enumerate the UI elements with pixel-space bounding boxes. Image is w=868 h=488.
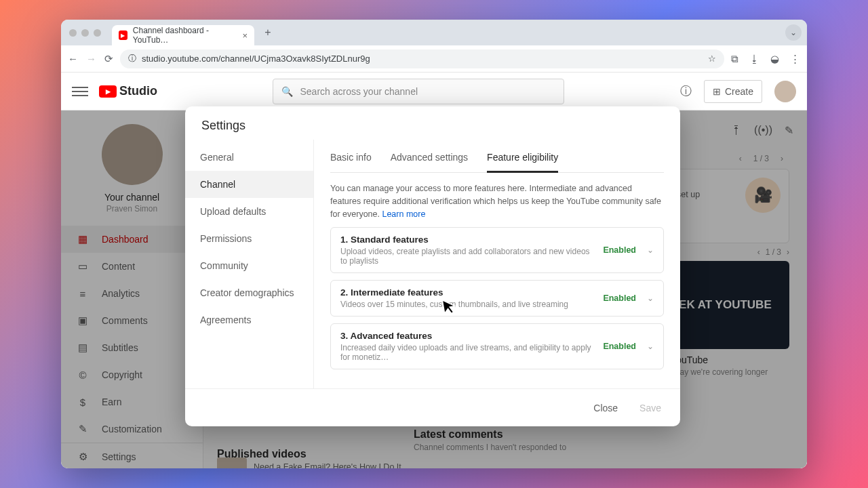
reload-button[interactable]: ⟳ bbox=[104, 53, 113, 65]
tab-title: Channel dashboard - YouTub… bbox=[133, 26, 237, 45]
new-tab-button[interactable]: + bbox=[260, 24, 276, 41]
feature-subtitle: Increased daily video uploads and live s… bbox=[340, 343, 596, 362]
search-placeholder: Search across your channel bbox=[300, 86, 418, 97]
extensions-icon[interactable]: ⧉ bbox=[731, 53, 738, 65]
window-controls[interactable] bbox=[69, 29, 101, 37]
learn-more-link[interactable]: Learn more bbox=[382, 209, 425, 219]
browser-tab-bar: Channel dashboard - YouTub… × + ⌄ bbox=[61, 20, 807, 45]
feature-status: Enabled bbox=[603, 342, 636, 351]
create-button[interactable]: ⊞ Create bbox=[704, 80, 762, 103]
settings-item-permissions[interactable]: Permissions bbox=[185, 225, 313, 252]
settings-item-upload-defaults[interactable]: Upload defaults bbox=[185, 198, 313, 225]
feature-title: 2. Intermediate features bbox=[340, 287, 596, 298]
tabs-dropdown-icon[interactable]: ⌄ bbox=[785, 24, 802, 41]
tab-basic-info[interactable]: Basic info bbox=[330, 146, 372, 172]
youtube-play-icon bbox=[99, 85, 117, 98]
studio-header: Studio 🔍 Search across your channel ⓘ ⊞ … bbox=[61, 73, 807, 110]
back-button[interactable]: ← bbox=[68, 53, 78, 65]
feature-subtitle: Upload videos, create playlists and add … bbox=[340, 247, 596, 266]
feature-title: 3. Advanced features bbox=[340, 331, 596, 341]
studio-logo[interactable]: Studio bbox=[99, 84, 157, 98]
tab-feature-eligibility[interactable]: Feature eligibility bbox=[487, 146, 558, 173]
menu-icon[interactable]: ⋮ bbox=[790, 53, 800, 65]
address-bar[interactable]: ⓘ studio.youtube.com/channel/UCjma3Oxavk… bbox=[120, 49, 724, 68]
search-input[interactable]: 🔍 Search across your channel bbox=[273, 79, 564, 104]
settings-item-general[interactable]: General bbox=[185, 144, 313, 171]
feature-description: You can manage your access to more featu… bbox=[330, 182, 664, 220]
logo-text: Studio bbox=[119, 84, 157, 98]
modal-tabs: Basic infoAdvanced settingsFeature eligi… bbox=[330, 146, 664, 173]
downloads-icon[interactable]: ⭳ bbox=[749, 53, 760, 65]
modal-title: Settings bbox=[185, 106, 680, 140]
close-button[interactable]: Close bbox=[588, 399, 623, 418]
settings-item-creator-demographics[interactable]: Creator demographics bbox=[185, 279, 313, 306]
browser-toolbar: ← → ⟳ ⓘ studio.youtube.com/channel/UCjma… bbox=[61, 45, 807, 73]
feature-subtitle: Videos over 15 minutes, custom thumbnail… bbox=[340, 300, 596, 309]
settings-item-channel[interactable]: Channel bbox=[185, 171, 313, 198]
feature-card[interactable]: 3. Advanced featuresIncreased daily vide… bbox=[330, 323, 664, 369]
browser-tab[interactable]: Channel dashboard - YouTub… × bbox=[112, 25, 254, 45]
chevron-down-icon[interactable]: ⌄ bbox=[647, 342, 654, 351]
site-info-icon[interactable]: ⓘ bbox=[128, 53, 136, 64]
search-icon: 🔍 bbox=[281, 86, 293, 97]
chevron-down-icon[interactable]: ⌄ bbox=[647, 245, 654, 255]
help-icon[interactable]: ⓘ bbox=[680, 83, 692, 99]
save-button: Save bbox=[634, 399, 667, 418]
feature-card[interactable]: 1. Standard featuresUpload videos, creat… bbox=[330, 227, 664, 273]
youtube-favicon-icon bbox=[119, 30, 127, 40]
url-text: studio.youtube.com/channel/UCjma3Oxavk8S… bbox=[142, 54, 370, 64]
settings-item-community[interactable]: Community bbox=[185, 252, 313, 279]
forward-button[interactable]: → bbox=[86, 53, 96, 65]
feature-status: Enabled bbox=[603, 293, 636, 303]
bookmark-icon[interactable]: ☆ bbox=[708, 54, 716, 64]
tab-advanced-settings[interactable]: Advanced settings bbox=[391, 146, 468, 172]
profile-icon[interactable]: ◒ bbox=[770, 53, 779, 65]
close-tab-icon[interactable]: × bbox=[242, 30, 248, 41]
feature-title: 1. Standard features bbox=[340, 235, 596, 245]
modal-sidebar: GeneralChannelUpload defaultsPermissions… bbox=[185, 140, 314, 388]
feature-status: Enabled bbox=[603, 245, 636, 255]
chevron-down-icon[interactable]: ⌄ bbox=[647, 293, 654, 303]
create-icon: ⊞ bbox=[713, 86, 721, 97]
menu-button[interactable] bbox=[72, 87, 88, 96]
feature-card[interactable]: 2. Intermediate featuresVideos over 15 m… bbox=[330, 280, 664, 317]
settings-item-agreements[interactable]: Agreements bbox=[185, 306, 313, 333]
account-avatar[interactable] bbox=[774, 81, 796, 102]
create-label: Create bbox=[725, 86, 753, 97]
settings-modal: Settings GeneralChannelUpload defaultsPe… bbox=[185, 106, 680, 426]
